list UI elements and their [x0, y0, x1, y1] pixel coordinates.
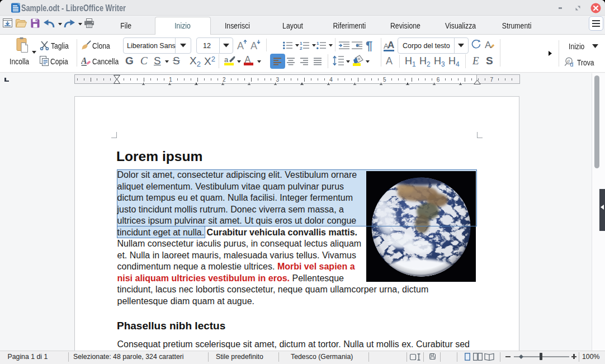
svg-text:A: A	[237, 40, 244, 51]
svg-text:A: A	[81, 56, 87, 65]
svg-text:A: A	[485, 40, 491, 50]
svg-text:A: A	[250, 40, 257, 51]
svg-text:1: 1	[316, 41, 319, 46]
svg-text:1: 1	[300, 41, 302, 46]
svg-text:a: a	[224, 55, 229, 64]
svg-text:2: 2	[300, 46, 302, 50]
svg-text:d: d	[570, 61, 573, 68]
